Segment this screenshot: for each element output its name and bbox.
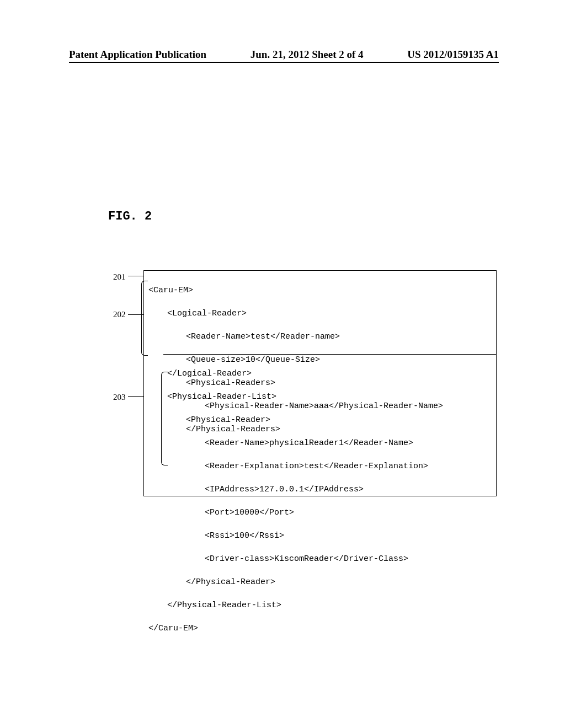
code-line: <Reader-Name>physicalReader1</Reader-Nam… — [148, 437, 492, 449]
header-center: Jun. 21, 2012 Sheet 2 of 4 — [250, 49, 364, 61]
code-line: <Port>10000</Port> — [148, 507, 492, 518]
xml-code-box-bottom: </Logical-Reader> <Physical-Reader-List>… — [143, 354, 497, 496]
code-line: <Reader-Explanation>test</Reader-Explana… — [148, 461, 492, 472]
code-line: </Physical-Reader-List> — [148, 599, 492, 611]
code-line: </Logical-Reader> — [148, 368, 492, 379]
leader-line-201 — [128, 276, 143, 276]
code-line: </Caru-EM> — [148, 623, 492, 634]
code-line: <Rssi>100</Rssi> — [148, 530, 492, 542]
code-line: <Caru-EM> — [148, 285, 492, 296]
figure-label: FIG. 2 — [108, 210, 152, 223]
header-rule — [69, 62, 499, 63]
reference-numeral-202: 202 — [113, 310, 126, 319]
header-left: Patent Application Publication — [69, 49, 206, 61]
header-right: US 2012/0159135 A1 — [407, 49, 499, 61]
code-line: <Physical-Reader> — [148, 414, 492, 426]
reference-numeral-201: 201 — [113, 272, 126, 282]
reference-numeral-203: 203 — [113, 393, 126, 402]
xml-code-box-top: <Caru-EM> <Logical-Reader> <Reader-Name>… — [143, 270, 497, 354]
leader-line-203 — [128, 396, 143, 397]
page-header: Patent Application Publication Jun. 21, … — [0, 49, 565, 61]
code-line: <Logical-Reader> — [148, 308, 492, 319]
code-line: <Driver-class>KiscomReader</Driver-Class… — [148, 553, 492, 565]
code-line: <Physical-Reader-List> — [148, 391, 492, 403]
code-line: <Reader-Name>test</Reader-name> — [148, 331, 492, 342]
code-line: <IPAddress>127.0.0.1</IPAddress> — [148, 484, 492, 495]
code-line: </Physical-Reader> — [148, 576, 492, 588]
